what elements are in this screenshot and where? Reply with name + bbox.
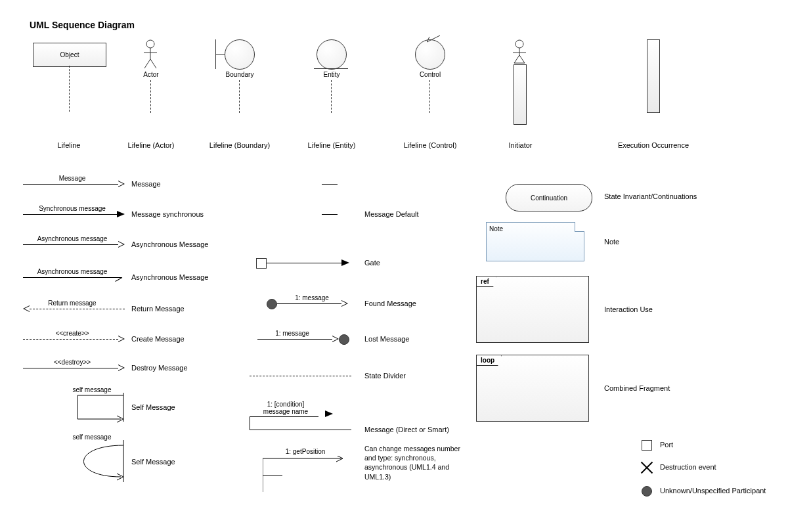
return-top: Return message xyxy=(36,299,108,307)
direct-arrowhead xyxy=(325,410,333,417)
lifeline-label: Lifeline xyxy=(46,141,92,149)
initiator-icon xyxy=(511,39,528,64)
async2-line xyxy=(23,277,121,278)
object-lifeline xyxy=(69,66,70,112)
state-divider-line xyxy=(250,376,351,376)
svg-marker-10 xyxy=(514,55,525,63)
return-arrowhead xyxy=(23,305,30,312)
unknown-label: Unknown/Unspecified Participant xyxy=(660,487,766,495)
continuation-text: Continuation xyxy=(531,194,567,202)
ref-fragment: ref xyxy=(476,276,589,343)
sync-line xyxy=(23,214,117,215)
control-circle xyxy=(415,39,445,70)
control-lifeline xyxy=(429,80,430,113)
actor-label: Lifeline (Actor) xyxy=(121,141,181,149)
lost-line xyxy=(257,339,333,340)
self2-right: Self Message xyxy=(131,458,175,466)
actor-icon xyxy=(142,39,159,70)
return-right: Return Message xyxy=(131,305,185,313)
exec-label: Execution Occurrence xyxy=(611,141,696,149)
found-line xyxy=(277,303,341,304)
port-label: Port xyxy=(660,441,673,449)
boundary-lifeline xyxy=(239,80,240,113)
self2-top: self message xyxy=(66,433,118,441)
direct-top2: message name xyxy=(256,408,315,415)
async2-right: Asynchronous Message xyxy=(131,273,208,281)
getpos-icon xyxy=(263,456,355,495)
self1-top: self message xyxy=(66,386,118,393)
msg-arrowhead xyxy=(118,181,125,187)
entity-name: Entity xyxy=(312,71,351,78)
entity-circle xyxy=(317,39,347,70)
destruction-label: Destruction event xyxy=(660,463,716,471)
continuation-label: State Invariant/Continuations xyxy=(604,192,697,200)
note-shape: Note xyxy=(486,222,584,261)
gate-line xyxy=(267,263,342,263)
destroy-line xyxy=(23,368,118,368)
note-label: Note xyxy=(604,238,619,246)
msg-right: Message xyxy=(131,180,161,188)
self-msg-curve-icon xyxy=(64,440,130,486)
found-top: 1: message xyxy=(286,294,338,301)
loop-tag: loop xyxy=(476,355,502,366)
async2-arrowhead xyxy=(115,277,122,282)
loop-label: Combined Fragment xyxy=(604,384,670,392)
create-line xyxy=(23,339,118,340)
entity-label: Lifeline (Entity) xyxy=(299,141,364,149)
svg-point-7 xyxy=(515,40,523,48)
direct-line2 xyxy=(250,430,351,430)
svg-line-4 xyxy=(150,59,156,68)
diagram-title: UML Sequence Diagram xyxy=(30,20,135,30)
exec-occurrence-bar xyxy=(647,39,660,113)
create-top: <<create>> xyxy=(39,330,105,337)
unknown-dot-icon xyxy=(642,486,652,497)
ref-label: Interaction Use xyxy=(604,305,653,313)
found-arrowhead xyxy=(341,300,348,307)
direct-top1: 1: [condition] xyxy=(256,401,315,408)
getpos-note: Can change messages number and type: syn… xyxy=(364,444,470,481)
lost-top: 1: message xyxy=(266,330,318,337)
svg-point-0 xyxy=(146,40,154,48)
async1-top: Asynchronous message xyxy=(30,235,115,242)
entity-lifeline xyxy=(331,80,332,113)
async1-arrowhead xyxy=(118,241,125,248)
async1-line xyxy=(23,244,118,245)
direct-stub xyxy=(250,416,250,430)
sync-right: Message synchronous xyxy=(131,210,204,218)
create-right: Create Message xyxy=(131,335,185,343)
destroy-right: Destroy Message xyxy=(131,364,188,372)
lost-right: Lost Message xyxy=(364,335,409,343)
state-divider-right: State Divider xyxy=(364,372,406,380)
initiator-exec-bar xyxy=(514,64,527,125)
destroy-arrowhead xyxy=(118,365,125,371)
gate-square xyxy=(256,258,267,269)
return-line xyxy=(30,309,125,309)
direct-right: Message (Direct or Smart) xyxy=(364,426,449,433)
getpos-top: 1: getPosition xyxy=(276,448,335,455)
msg-top: Message xyxy=(39,175,105,182)
create-arrowhead xyxy=(118,336,125,342)
boundary-label: Lifeline (Boundary) xyxy=(204,141,276,149)
control-label: Lifeline (Control) xyxy=(397,141,463,149)
self1-right: Self Message xyxy=(131,403,175,411)
continuation-shape: Continuation xyxy=(506,184,592,211)
boundary-connector xyxy=(215,54,225,55)
async2-top: Asynchronous message xyxy=(30,268,115,275)
boundary-circle xyxy=(225,39,255,70)
msg-default-right: Message Default xyxy=(364,210,419,218)
object-label: Object xyxy=(60,51,79,58)
port-icon xyxy=(642,440,652,451)
found-right: Found Message xyxy=(364,299,416,307)
gate-arrowhead xyxy=(341,259,349,266)
self-msg-rect-icon xyxy=(64,393,130,426)
object-box: Object xyxy=(33,43,106,67)
destruction-icon xyxy=(640,460,653,473)
lost-arrowhead xyxy=(332,336,339,342)
svg-line-3 xyxy=(144,59,150,68)
entity-underline xyxy=(314,68,348,69)
control-name: Control xyxy=(410,71,450,78)
boundary-name: Boundary xyxy=(217,71,263,78)
msg-line xyxy=(23,184,118,185)
destroy-top: <<destroy>> xyxy=(39,359,105,366)
msg-default-line xyxy=(322,184,338,185)
